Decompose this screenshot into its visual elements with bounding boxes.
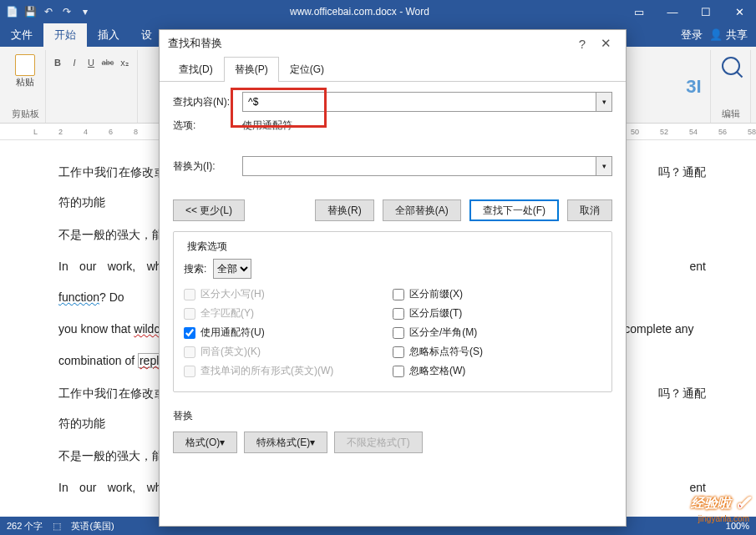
dialog-close-button[interactable]: ✕ [594, 32, 617, 55]
share-button[interactable]: 👤 共享 [709, 28, 748, 43]
find-button[interactable] [722, 50, 740, 75]
replace-button[interactable]: 替换(R) [315, 199, 374, 221]
proofing-icon[interactable]: ⬚ [53, 521, 61, 532]
search-direction-label: 搜索: [184, 262, 206, 276]
cb-match-case [184, 289, 195, 300]
options-label: 选项: [173, 119, 236, 133]
search-options-legend: 搜索选项 [184, 240, 231, 254]
paste-button[interactable]: 粘贴 [9, 50, 41, 92]
cancel-button[interactable]: 取消 [567, 199, 612, 221]
tab-insert[interactable]: 插入 [87, 23, 130, 47]
minimize-icon[interactable]: — [656, 0, 689, 23]
no-format-button: 不限定格式(T) [334, 432, 422, 453]
edit-group-label: 编辑 [722, 108, 740, 123]
special-button[interactable]: 特殊格式(E) ▾ [244, 432, 327, 453]
cb-homophone [184, 346, 195, 358]
replace-section-label: 替换 [160, 402, 626, 428]
word-count[interactable]: 262 个字 [7, 520, 43, 532]
format-button[interactable]: 格式(O) ▾ [173, 432, 237, 453]
cb-all-forms [184, 366, 195, 377]
bold-button[interactable]: B [50, 55, 65, 70]
italic-button[interactable]: I [67, 55, 82, 70]
tab-find[interactable]: 查找(D) [168, 57, 224, 82]
qat-dropdown-icon[interactable]: ▾ [79, 5, 92, 18]
cb-prefix[interactable] [393, 289, 404, 300]
tab-file[interactable]: 文件 [0, 23, 43, 47]
redo-icon[interactable]: ↷ [60, 5, 74, 18]
search-icon [722, 57, 740, 75]
replace-with-input[interactable] [242, 156, 596, 176]
maximize-icon[interactable]: ☐ [689, 0, 723, 23]
search-direction-select[interactable]: 全部 [213, 259, 251, 279]
tab-home[interactable]: 开始 [43, 23, 87, 47]
replace-all-button[interactable]: 全部替换(A) [383, 199, 461, 221]
language[interactable]: 英语(美国) [71, 520, 114, 532]
tab-goto[interactable]: 定位(G) [279, 57, 335, 82]
clipboard-group-label: 剪贴板 [12, 108, 39, 123]
styles-icon[interactable]: 3I [686, 76, 701, 98]
cb-ignore-punct[interactable] [393, 346, 404, 358]
subscript-button[interactable]: x₂ [117, 55, 132, 70]
cb-suffix[interactable] [393, 308, 404, 320]
cb-wildcard[interactable] [184, 327, 195, 339]
less-button[interactable]: << 更少(L) [173, 199, 245, 221]
close-icon[interactable]: ✕ [723, 0, 756, 23]
tab-replace[interactable]: 替换(P) [224, 57, 279, 82]
find-content-label: 查找内容(N): [173, 95, 236, 109]
undo-icon[interactable]: ↶ [42, 5, 55, 18]
cb-ignore-space[interactable] [393, 366, 404, 377]
find-replace-dialog: 查找和替换 ? ✕ 查找(D) 替换(P) 定位(G) 查找内容(N): ▾ 选… [159, 29, 627, 527]
strike-button[interactable]: abc [100, 55, 115, 70]
clipboard-icon [15, 54, 35, 76]
replace-dropdown-icon[interactable]: ▾ [596, 156, 612, 176]
dialog-title: 查找和替换 [168, 36, 222, 51]
save-icon[interactable]: 💾 [23, 5, 37, 18]
help-button[interactable]: ? [571, 32, 594, 55]
ribbon-options-icon[interactable]: ▭ [622, 0, 656, 23]
watermark: 经验啦✓ jingyanla.com [691, 492, 751, 515]
replace-with-label: 替换为(I): [173, 159, 236, 174]
cb-full-half[interactable] [393, 327, 404, 339]
highlight-box [231, 88, 327, 128]
window-title: www.officebai.com.docx - Word [97, 6, 622, 18]
underline-button[interactable]: U [84, 55, 99, 70]
cb-whole-word [184, 308, 195, 320]
app-icon: 📄 [5, 5, 18, 18]
find-next-button[interactable]: 查找下一处(F) [469, 199, 559, 221]
login-link[interactable]: 登录 [681, 28, 703, 43]
find-dropdown-icon[interactable]: ▾ [596, 92, 612, 112]
